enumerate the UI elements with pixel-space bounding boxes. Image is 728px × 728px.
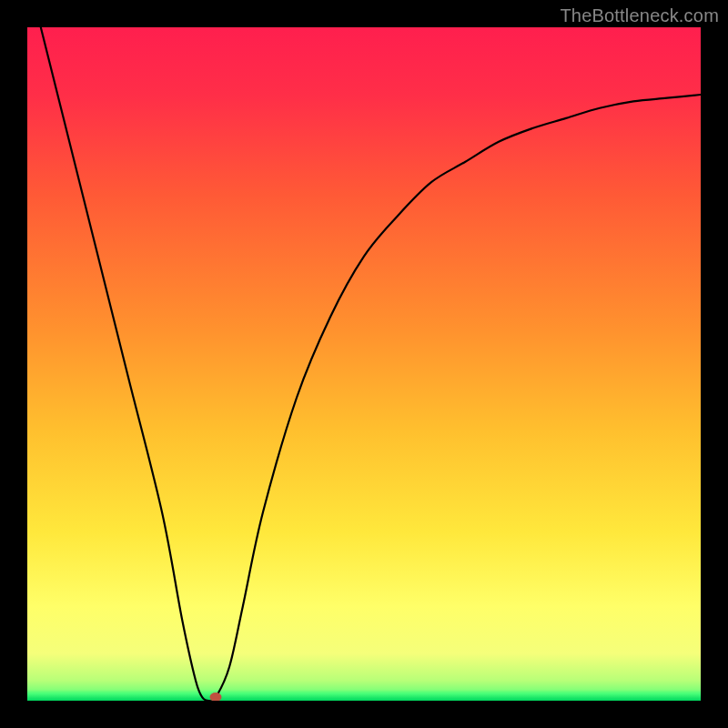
optimum-marker xyxy=(210,693,222,701)
chart-frame: TheBottleneck.com xyxy=(0,0,728,728)
watermark-text: TheBottleneck.com xyxy=(560,5,719,26)
bottleneck-curve xyxy=(41,27,701,701)
curve-layer xyxy=(27,27,701,701)
plot-area xyxy=(27,27,701,701)
